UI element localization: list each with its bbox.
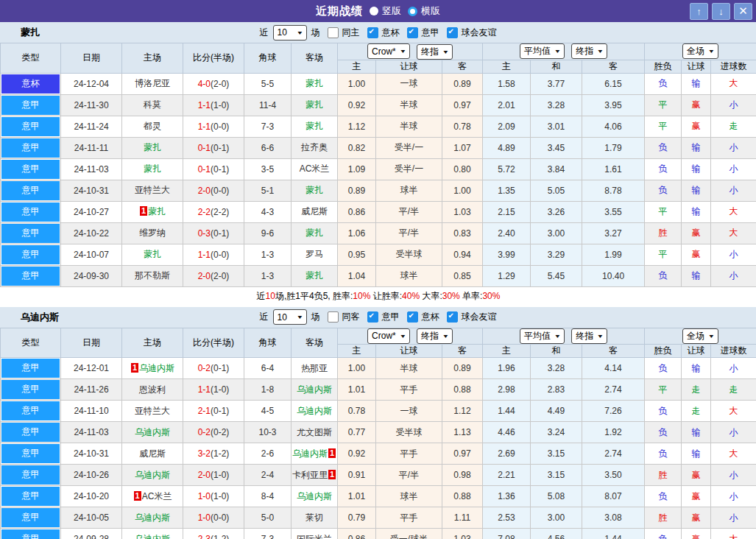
avg-draw-odds-cell: 3.15 xyxy=(531,443,582,465)
average-odds-select[interactable]: 平均值▼ xyxy=(520,43,565,59)
odds-provider-select[interactable]: Crow*▼ xyxy=(367,328,410,344)
home-team-cell: 蒙扎 xyxy=(122,244,183,265)
scope-select[interactable]: 全场▼ xyxy=(682,43,718,59)
team-name-text: 蒙扎 xyxy=(144,163,161,174)
handicap-home-odds-cell: 0.86 xyxy=(338,529,376,539)
half-score: (1-2) xyxy=(211,534,229,539)
result-text: 输 xyxy=(692,185,701,195)
handicap-result-cell: 赢 xyxy=(682,507,711,529)
team-name-text: 都灵 xyxy=(144,121,161,131)
column-header-corner: 角球 xyxy=(244,43,292,74)
league-cell: 意甲 xyxy=(1,465,61,486)
column-header-away: 客场 xyxy=(292,43,338,74)
filter-bar: 蒙扎 近 10▼ 场 同主 意杯 意甲 球会友谊 xyxy=(0,22,756,43)
league-checkbox-friendly[interactable] xyxy=(447,311,458,323)
vertical-layout-radio[interactable] xyxy=(370,7,378,15)
final-odds-select2[interactable]: 终指▼ xyxy=(571,43,607,59)
avg-home-odds-cell: 2.40 xyxy=(483,222,531,244)
match-row: 意甲24-10-271蒙扎2-2(2-2)4-3威尼斯0.86平/半1.032.… xyxy=(1,201,756,222)
league-checkbox-seriea[interactable] xyxy=(407,27,418,38)
final-odds-select2[interactable]: 终指▼ xyxy=(571,328,607,344)
same-venue-checkbox[interactable] xyxy=(328,311,339,323)
final-odds-select[interactable]: 终指▼ xyxy=(417,44,453,60)
league-badge: 意甲 xyxy=(1,487,60,506)
handicap-result-cell: 输 xyxy=(682,73,711,94)
half-score: (0-0) xyxy=(211,186,229,196)
chevron-down-icon: ▼ xyxy=(597,49,604,54)
score-cell: 2-2(2-2) xyxy=(183,201,244,222)
match-count-select[interactable]: 10▼ xyxy=(273,309,307,325)
final-odds-select[interactable]: 终指▼ xyxy=(417,328,453,344)
home-team-cell: 亚特兰大 xyxy=(122,401,183,422)
league-checkbox-cup[interactable] xyxy=(367,27,378,38)
date-cell: 24-11-26 xyxy=(61,379,122,401)
avg-home-odds-cell: 3.99 xyxy=(483,244,531,265)
handicap-line-cell: 平/半 xyxy=(376,465,442,486)
result-text: 负 xyxy=(659,185,668,195)
avg-away-odds-cell: 8.07 xyxy=(582,486,645,507)
league-checkbox-friendly[interactable] xyxy=(447,27,458,38)
avg-away-odds-cell: 2.74 xyxy=(582,379,645,401)
result-text: 赢 xyxy=(692,249,701,259)
move-up-button[interactable]: ↑ xyxy=(690,3,708,20)
close-button[interactable]: ✕ xyxy=(734,3,752,20)
league-cell: 意甲 xyxy=(1,379,61,401)
scope-select[interactable]: 全场▼ xyxy=(682,328,718,344)
half-score: (1-2) xyxy=(211,448,229,459)
handicap-home-odds-cell: 0.89 xyxy=(338,180,376,201)
horizontal-layout-radio[interactable] xyxy=(408,7,417,16)
wdl-result-cell: 负 xyxy=(645,422,682,443)
avg-draw-odds-cell: 2.83 xyxy=(531,379,582,401)
date-cell: 24-10-07 xyxy=(61,244,122,265)
avg-draw-odds-cell: 3.77 xyxy=(531,73,582,94)
away-team-cell: 乌迪内斯 xyxy=(292,379,338,401)
handicap-home-odds-cell: 1.01 xyxy=(338,379,376,401)
same-venue-checkbox[interactable] xyxy=(328,27,339,38)
home-team-cell: 蒙扎 xyxy=(122,158,183,180)
corner-cell: 6-6 xyxy=(244,137,292,158)
half-score: (2-0) xyxy=(211,79,229,89)
team-name-text: 威尼斯 xyxy=(139,448,166,459)
column-header-crow-away: 客 xyxy=(442,345,483,358)
away-team-cell: 国际米兰 xyxy=(292,529,338,539)
away-team-cell: AC米兰 xyxy=(292,158,338,180)
league-checkbox-cup[interactable] xyxy=(407,311,418,323)
match-count-select[interactable]: 10▼ xyxy=(273,25,307,40)
summary-part: 单率: xyxy=(460,291,483,301)
league-badge: 意甲 xyxy=(1,444,60,463)
close-icon: ✕ xyxy=(738,4,748,18)
date-cell: 24-11-11 xyxy=(61,137,122,158)
move-down-button[interactable]: ↓ xyxy=(712,3,730,20)
result-text: 输 xyxy=(692,206,701,216)
handicap-home-odds-cell: 0.79 xyxy=(338,507,376,529)
score-cell: 2-1(0-1) xyxy=(183,401,244,422)
avg-draw-odds-cell: 3.28 xyxy=(531,94,582,116)
handicap-result-cell: 赢 xyxy=(682,94,711,116)
odds-provider-select[interactable]: Crow*▼ xyxy=(367,43,410,59)
result-text: 负 xyxy=(659,491,668,501)
average-odds-select[interactable]: 平均值▼ xyxy=(520,328,565,344)
score-cell: 1-0(0-0) xyxy=(183,507,244,529)
avg-away-odds-cell: 10.40 xyxy=(582,265,645,286)
away-team-cell: 尤文图斯 xyxy=(292,422,338,443)
league-checkbox-seriea[interactable] xyxy=(367,311,378,323)
handicap-result-cell: 输 xyxy=(682,265,711,286)
column-header-date: 日期 xyxy=(61,328,122,358)
result-text: 小 xyxy=(729,163,738,174)
match-row: 意杯24-12-04博洛尼亚4-0(2-0)5-5蒙扎1.00一球0.891.5… xyxy=(1,73,756,94)
score-cell: 0-3(0-1) xyxy=(183,222,244,244)
avg-home-odds-cell: 4.46 xyxy=(483,422,531,443)
vertical-layout-label: 竖版 xyxy=(382,4,401,18)
team-name-text: 乌迪内斯 xyxy=(135,427,170,437)
corner-cell: 5-5 xyxy=(244,73,292,94)
result-text: 赢 xyxy=(692,228,701,238)
handicap-line-cell: 球半 xyxy=(376,180,442,201)
handicap-home-odds-cell: 0.86 xyxy=(338,201,376,222)
team-name-text: 亚特兰大 xyxy=(135,406,170,416)
team-name-text: 蒙扎 xyxy=(144,142,161,152)
chevron-down-icon: ▼ xyxy=(399,49,406,54)
handicap-home-odds-cell: 0.77 xyxy=(338,422,376,443)
away-team-cell: 蒙扎 xyxy=(292,180,338,201)
avg-home-odds-cell: 2.15 xyxy=(483,201,531,222)
handicap-home-odds-cell: 0.92 xyxy=(338,443,376,465)
